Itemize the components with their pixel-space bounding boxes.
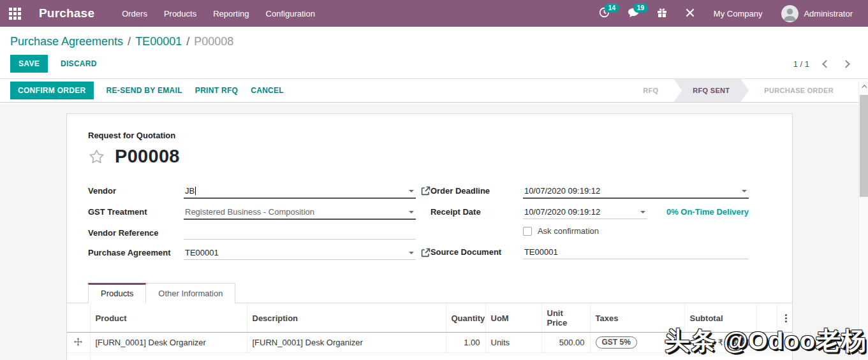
receipt-date-label: Receipt Date	[430, 205, 523, 217]
form-view: Request for Quotation P00008 Vendor JB	[0, 104, 868, 360]
delete-line-button[interactable]	[756, 333, 777, 353]
activities-button[interactable]: 14	[593, 0, 615, 27]
vendor-field: JB	[184, 184, 430, 199]
status-step-purchase-order[interactable]: PURCHASE ORDER	[749, 79, 849, 102]
table-header-row: Product Description Quantity UoM Unit Pr…	[67, 303, 792, 333]
notebook: Products Other Information Product Descr…	[67, 283, 792, 360]
cell-blank	[777, 333, 792, 353]
tab-bar: Products Other Information	[67, 283, 792, 303]
vendor-input[interactable]: JB	[184, 184, 416, 199]
order-deadline-input[interactable]: 10/07/2020 09:19:12	[523, 184, 749, 199]
cell-description[interactable]: [FURN_0001] Desk Organizer	[247, 333, 446, 353]
company-switcher[interactable]: My Company	[707, 0, 769, 27]
caret-down-icon[interactable]	[742, 190, 747, 192]
scroll-up-arrow-icon[interactable]	[859, 82, 868, 92]
resend-by-email-button[interactable]: RE-SEND BY EMAIL	[107, 86, 182, 95]
favorite-star-icon[interactable]	[88, 148, 105, 165]
source-document-label: Source Document	[430, 245, 523, 257]
text-cursor	[195, 187, 196, 195]
status-step-rfq[interactable]: RFQ	[628, 79, 673, 102]
scrollbar-thumb[interactable]	[860, 95, 868, 197]
menu-orders[interactable]: Orders	[114, 0, 156, 27]
description-column-header[interactable]: Description	[247, 303, 446, 333]
breadcrumb-current: P00008	[194, 35, 233, 48]
messages-badge: 19	[633, 3, 648, 13]
cancel-button[interactable]: CANCEL	[251, 86, 284, 95]
user-menu[interactable]: Administrator	[775, 0, 859, 27]
avatar	[781, 5, 798, 22]
breadcrumb: Purchase Agreements/TE00001/P00008	[10, 34, 858, 49]
uom-column-header[interactable]: UoM	[485, 303, 541, 333]
pager-next-icon[interactable]	[842, 60, 850, 68]
discard-button[interactable]: DISCARD	[61, 59, 97, 68]
pager-previous-icon[interactable]	[822, 60, 830, 68]
subtotal-column-header[interactable]: Subtotal	[684, 303, 756, 333]
caret-down-icon[interactable]	[409, 211, 414, 213]
confirm-order-button[interactable]: CONFIRM ORDER	[10, 82, 94, 99]
updates-button[interactable]	[651, 0, 673, 27]
external-link-icon[interactable]	[421, 248, 430, 257]
gst-treatment-field: Registered Business - Composition	[184, 205, 430, 220]
gst-treatment-select[interactable]: Registered Business - Composition	[184, 205, 416, 220]
receipt-date-input[interactable]: 10/07/2020 09:19:12	[523, 205, 647, 219]
save-button[interactable]: SAVE	[10, 55, 48, 73]
order-lines-table: Product Description Quantity UoM Unit Pr…	[67, 303, 792, 360]
purchase-agreement-label: Purchase Agreement	[88, 245, 184, 257]
handle-column-header	[67, 303, 90, 333]
gift-icon	[657, 8, 667, 20]
tab-products[interactable]: Products	[88, 283, 146, 303]
trash-column-header	[756, 303, 777, 333]
gst-treatment-label: GST Treatment	[88, 205, 184, 217]
apps-menu-icon[interactable]	[9, 8, 21, 20]
user-name: Administrator	[804, 9, 853, 18]
quantity-column-header[interactable]: Quantity	[446, 303, 485, 333]
field-grid: Vendor JB GST Treatment	[67, 184, 792, 266]
vertical-scrollbar[interactable]	[858, 82, 868, 360]
source-document-input[interactable]: TE00001	[523, 245, 749, 259]
messages-button[interactable]: 19	[622, 0, 645, 27]
menu-configuration[interactable]: Configuration	[258, 0, 323, 27]
vendor-reference-input[interactable]	[184, 226, 416, 240]
column-options-button[interactable]	[777, 303, 792, 333]
taxes-column-header[interactable]: Taxes	[590, 303, 684, 333]
cell-taxes[interactable]: GST 5%	[590, 333, 684, 353]
debug-tools-button[interactable]	[679, 0, 701, 27]
product-column-header[interactable]: Product	[90, 303, 247, 333]
caret-down-icon[interactable]	[640, 211, 645, 213]
app-brand[interactable]: Purchase	[39, 6, 94, 20]
cell-subtotal: ₹ 500.00	[684, 333, 756, 353]
status-pipeline: RFQ RFQ SENT PURCHASE ORDER	[628, 79, 849, 102]
tools-icon	[685, 8, 695, 20]
tab-other-information[interactable]: Other Information	[145, 283, 235, 303]
receipt-date-field: 10/07/2020 09:19:12	[523, 205, 647, 219]
cell-unit-price[interactable]: 500.00	[541, 333, 590, 353]
status-step-rfq-sent[interactable]: RFQ SENT	[673, 79, 749, 102]
breadcrumb-te00001[interactable]: TE00001	[135, 35, 182, 48]
on-time-delivery-link[interactable]: 0% On-Time Delivery	[666, 205, 749, 217]
purchase-agreement-field: TE00001	[184, 245, 430, 260]
document-type-label: Request for Quotation	[88, 131, 792, 140]
cell-product[interactable]: [FURN_0001] Desk Organizer	[90, 333, 247, 353]
ask-confirmation-label: Ask confirmation	[538, 226, 599, 236]
purchase-agreement-input[interactable]: TE00001	[184, 245, 416, 260]
form-sheet: Request for Quotation P00008 Vendor JB	[66, 113, 793, 360]
table-row[interactable]: [FURN_0001] Desk Organizer [FURN_0001] D…	[67, 333, 792, 353]
tax-tag[interactable]: GST 5%	[596, 336, 637, 349]
menu-reporting[interactable]: Reporting	[205, 0, 257, 27]
empty-label	[430, 225, 523, 227]
move-icon	[74, 338, 82, 346]
ask-confirmation-checkbox[interactable]	[523, 227, 532, 236]
external-link-icon[interactable]	[421, 186, 430, 196]
drag-handle[interactable]	[67, 333, 90, 353]
cell-uom[interactable]: Units	[485, 333, 541, 353]
print-rfq-button[interactable]: PRINT RFQ	[195, 86, 238, 95]
cell-quantity[interactable]: 1.00	[446, 333, 485, 353]
caret-down-icon[interactable]	[409, 190, 414, 192]
breadcrumb-purchase-agreements[interactable]: Purchase Agreements	[10, 35, 123, 48]
menu-products[interactable]: Products	[156, 0, 205, 27]
unit-price-column-header[interactable]: Unit Price	[541, 303, 590, 333]
caret-down-icon[interactable]	[409, 252, 414, 254]
control-panel: Purchase Agreements/TE00001/P00008 SAVE …	[0, 27, 868, 79]
kebab-icon	[785, 317, 787, 319]
top-navbar: Purchase Orders Products Reporting Confi…	[0, 0, 868, 27]
